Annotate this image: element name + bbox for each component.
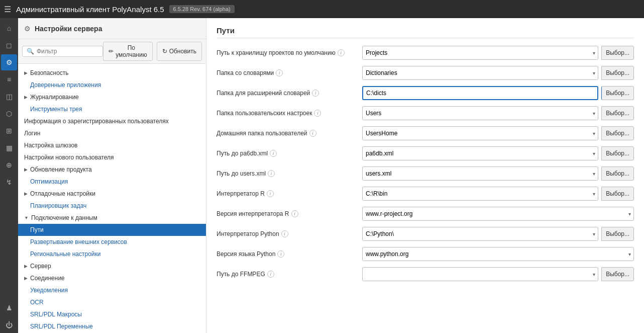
browse-btn-project-storage[interactable]: Выбор... xyxy=(601,46,634,60)
sidebar-icon-unknown1[interactable]: ◫ xyxy=(1,89,17,105)
app-version: 6.5.28 Rev. 674 (alpha) xyxy=(169,5,235,13)
browse-btn-python-interpreter[interactable]: Выбор... xyxy=(601,227,634,241)
nav-item-connection[interactable]: ▶ Соединение xyxy=(18,272,206,284)
info-icon-project-storage[interactable]: i xyxy=(338,49,345,56)
info-icon-pa6db[interactable]: i xyxy=(270,150,277,157)
info-icon-users-xml[interactable]: i xyxy=(268,170,275,177)
sidebar-icon-deploy[interactable]: ↯ xyxy=(1,174,17,190)
select-r-version[interactable]: www.r-project.org xyxy=(362,207,634,221)
nav-item-paths[interactable]: Пути xyxy=(18,224,206,236)
default-button[interactable]: ✏ По умолчанию xyxy=(103,42,153,61)
nav-item-srl-vars[interactable]: SRL/PDL Переменные xyxy=(18,320,206,332)
dropdown-user-settings[interactable]: Users ▾ xyxy=(362,106,598,120)
info-icon-user-settings[interactable]: i xyxy=(314,110,321,117)
info-icon-python-version[interactable]: i xyxy=(277,251,284,258)
input-dict-extensions[interactable] xyxy=(362,86,598,100)
dropdown-r-version[interactable]: www.r-project.org ▾ xyxy=(362,207,634,221)
sidebar-icon-settings[interactable]: ⚙ xyxy=(1,54,17,70)
dropdown-python-version[interactable]: www.python.org ▾ xyxy=(362,247,634,261)
nav-item-server[interactable]: ▶ Сервер xyxy=(18,260,206,272)
settings-gear-icon: ⚙ xyxy=(24,25,31,33)
info-icon-ffmpeg[interactable]: i xyxy=(267,271,274,278)
nav-item-gateways[interactable]: Настройка шлюзов xyxy=(18,139,206,151)
pen-icon: ✏ xyxy=(109,48,114,55)
nav-item-update[interactable]: ▶ Обновление продукта xyxy=(18,163,206,176)
refresh-button[interactable]: ↻ Обновить xyxy=(157,42,202,61)
dropdown-r-interpreter[interactable]: C:\R\bin ▾ xyxy=(362,187,598,201)
sidebar-icon-home[interactable]: ⌂ xyxy=(1,20,17,36)
sidebar-icon-logout[interactable]: ⏻ xyxy=(1,317,17,333)
dropdown-dictionaries[interactable]: Dictionaries ▾ xyxy=(362,66,598,80)
nav-item-new-user[interactable]: Настройки нового пользователя xyxy=(18,151,206,163)
row-dictionaries: Папка со словарями i Dictionaries ▾ Выбо… xyxy=(217,65,634,80)
nav-label-logging: Журналирование xyxy=(30,94,79,101)
nav-item-login[interactable]: Логин xyxy=(18,127,206,139)
info-icon-dictionaries[interactable]: i xyxy=(276,69,283,76)
info-icon-r-interpreter[interactable]: i xyxy=(267,190,274,197)
nav-item-optimization[interactable]: Оптимизация xyxy=(18,176,206,188)
sidebar-icon-logs[interactable]: ≡ xyxy=(1,71,17,88)
nav-item-external-services[interactable]: Развертывание внешних сервисов xyxy=(18,236,206,248)
select-r-interpreter[interactable]: C:\R\bin xyxy=(362,187,598,201)
dropdown-users-home[interactable]: UsersHome ▾ xyxy=(362,126,598,140)
browse-btn-users-xml[interactable]: Выбор... xyxy=(601,166,634,181)
row-pa6db: Путь до pa6db.xml i pa6db.xml ▾ Выбор... xyxy=(217,146,634,161)
browse-btn-pa6db[interactable]: Выбор... xyxy=(601,146,634,160)
select-python-version[interactable]: www.python.org xyxy=(362,247,634,261)
dropdown-python-interpreter[interactable]: C:\Python\ ▾ xyxy=(362,227,598,241)
info-icon-r-version[interactable]: i xyxy=(291,210,298,217)
dropdown-users-xml[interactable]: users.xml ▾ xyxy=(362,166,598,181)
browse-btn-users-home[interactable]: Выбор... xyxy=(601,126,634,140)
filter-input-wrap[interactable]: 🔍 xyxy=(22,46,103,57)
browse-btn-user-settings[interactable]: Выбор... xyxy=(601,106,634,120)
dropdown-pa6db[interactable]: pa6db.xml ▾ xyxy=(362,146,598,160)
browse-btn-dictionaries[interactable]: Выбор... xyxy=(601,66,634,80)
row-python-interpreter: Интерпретатор Python i C:\Python\ ▾ Выбо… xyxy=(217,226,634,241)
control-users-xml: users.xml ▾ Выбор... xyxy=(362,166,634,181)
nav-item-trusted-apps[interactable]: Доверенные приложения xyxy=(18,79,206,91)
dropdown-ffmpeg[interactable]: ▾ xyxy=(362,267,598,281)
sidebar-icon-users[interactable]: ◻ xyxy=(1,37,17,53)
nav-label-tree-tools: Инструменты трея xyxy=(30,106,82,113)
browse-btn-ffmpeg[interactable]: Выбор... xyxy=(601,267,634,281)
nav-label-paths: Пути xyxy=(30,226,44,233)
dropdown-project-storage[interactable]: Projects ▾ xyxy=(362,46,598,60)
select-pa6db[interactable]: pa6db.xml xyxy=(362,146,598,160)
browse-btn-r-interpreter[interactable]: Выбор... xyxy=(601,187,634,201)
sidebar-icon-chart[interactable]: ▦ xyxy=(1,140,17,156)
select-user-settings[interactable]: Users xyxy=(362,106,598,120)
info-icon-python-interpreter[interactable]: i xyxy=(281,230,288,237)
nav-item-scheduler[interactable]: Планировщик задач xyxy=(18,200,206,212)
sidebar-icon-network[interactable]: ⬡ xyxy=(1,106,17,122)
sidebar-icon-user[interactable]: ♟ xyxy=(1,300,17,316)
filter-input[interactable] xyxy=(37,48,98,55)
nav-item-regional[interactable]: Региональные настройки xyxy=(18,248,206,260)
control-python-interpreter: C:\Python\ ▾ Выбор... xyxy=(362,227,634,241)
browse-btn-dict-extensions[interactable]: Выбор... xyxy=(601,86,634,100)
nav-item-srl-macros[interactable]: SRL/PDL Макросы xyxy=(18,308,206,320)
select-project-storage[interactable]: Projects xyxy=(362,46,598,60)
select-python-interpreter[interactable]: C:\Python\ xyxy=(362,227,598,241)
select-dictionaries[interactable]: Dictionaries xyxy=(362,66,598,80)
nav-item-logging[interactable]: ▶ Журналирование xyxy=(18,91,206,103)
sidebar-icon-group[interactable]: ⊕ xyxy=(1,157,17,173)
nav-item-notifications[interactable]: Уведомления xyxy=(18,284,206,296)
nav-item-security[interactable]: ▶ Безопасность xyxy=(18,67,206,79)
nav-label-gateways: Настройка шлюзов xyxy=(24,142,77,149)
control-user-settings: Users ▾ Выбор... xyxy=(362,106,634,120)
select-users-home[interactable]: UsersHome xyxy=(362,126,598,140)
nav-label-debug: Отладочные настройки xyxy=(30,190,95,197)
info-icon-dict-extensions[interactable]: i xyxy=(312,90,319,97)
menu-icon[interactable]: ☰ xyxy=(4,5,11,14)
nav-item-ocr[interactable]: OCR xyxy=(18,296,206,308)
filter-bar: 🔍 ✏ По умолчанию ↻ Обновить xyxy=(18,39,206,64)
select-users-xml[interactable]: users.xml xyxy=(362,166,598,181)
nav-item-tree-tools[interactable]: Инструменты трея xyxy=(18,103,206,115)
nav-item-debug[interactable]: ▶ Отладочные настройки xyxy=(18,188,206,200)
nav-item-data-connection[interactable]: ▼ Подключение к данным xyxy=(18,212,206,224)
sidebar-icon-data[interactable]: ⊞ xyxy=(1,123,17,139)
info-icon-users-home[interactable]: i xyxy=(309,130,316,137)
select-ffmpeg[interactable] xyxy=(362,267,598,281)
nav-label-server: Сервер xyxy=(30,263,51,270)
nav-item-registered-users[interactable]: Информация о зарегистрированных пользова… xyxy=(18,115,206,127)
